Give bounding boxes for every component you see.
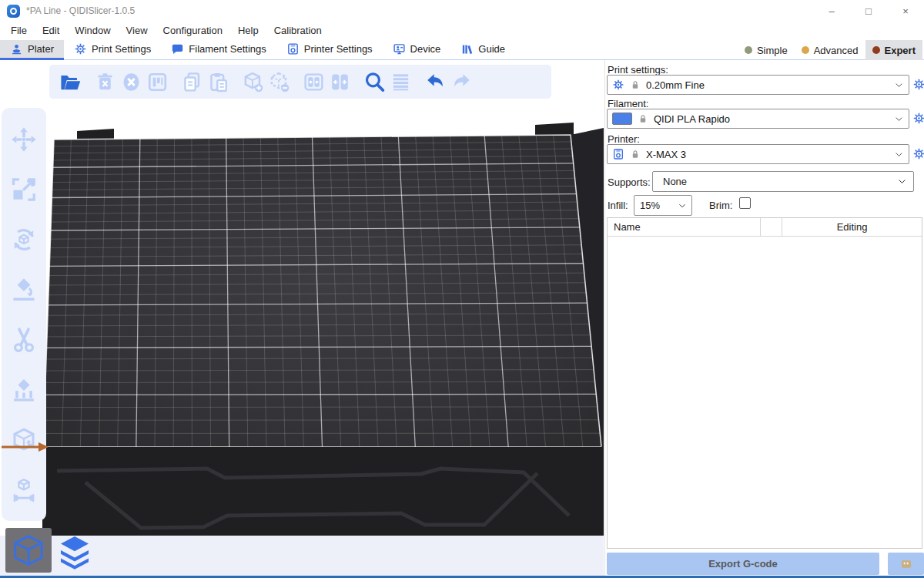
printer-select[interactable]: X-MAX 3 [607, 144, 909, 164]
split-to-parts-button[interactable] [326, 69, 353, 95]
window-title: *PA Line - QIDISlicer-1.0.5 [26, 5, 135, 16]
export-gcode-button[interactable]: Export G-code [607, 553, 879, 575]
scale-tool[interactable] [8, 174, 39, 205]
infill-label: Infill: [608, 200, 628, 211]
plater-toolbar [49, 65, 551, 99]
mode-label: Simple [757, 45, 788, 56]
brim-checkbox[interactable] [739, 197, 751, 209]
open-project-button[interactable] [57, 69, 83, 95]
printer-value: X-MAX 3 [646, 149, 686, 160]
column-name: Name [608, 218, 761, 236]
mode-advanced[interactable]: Advanced [795, 40, 865, 60]
object-list-body [608, 237, 922, 549]
mode-label: Advanced [814, 45, 859, 56]
menu-view[interactable]: View [119, 22, 156, 40]
printer-gear-button[interactable] [912, 147, 924, 160]
minimize-icon: – [829, 5, 834, 17]
undo-button[interactable] [422, 69, 448, 95]
menu-calibration[interactable]: Calibration [266, 22, 330, 40]
split-to-objects-button[interactable] [300, 69, 326, 95]
chevron-down-icon [897, 176, 907, 187]
supports-icon [10, 376, 38, 404]
print-profile-value: 0.20mm Fine [646, 79, 705, 91]
mode-simple[interactable]: Simple [738, 40, 795, 60]
object-list: Name Editing [607, 217, 922, 549]
add-instance-button[interactable] [239, 69, 266, 95]
tab-filament-settings[interactable]: Filament Settings [161, 40, 276, 60]
tab-print-settings[interactable]: Print Settings [64, 40, 161, 60]
filament-color-swatch [612, 113, 632, 125]
chevron-down-icon [894, 80, 904, 90]
export-to-sd-button[interactable] [888, 553, 924, 575]
supports-select[interactable]: None [652, 171, 914, 192]
search-icon [363, 71, 386, 93]
printer-settings-icon [286, 42, 300, 55]
paint-supports-tool[interactable] [8, 375, 39, 405]
cube-view-icon [11, 533, 46, 568]
chevron-down-icon [678, 201, 687, 210]
qidislicer-window: { "window": { "title": "*PA Line - QIDIS… [0, 0, 924, 578]
tab-device[interactable]: Device [383, 40, 451, 60]
arrange-button[interactable] [144, 69, 170, 95]
redo-button[interactable] [448, 69, 474, 95]
printer-label: Printer: [608, 133, 640, 145]
maximize-icon: □ [865, 5, 872, 17]
tab-bar: PlaterPrint SettingsFilament SettingsPri… [0, 40, 924, 60]
undo-icon [424, 71, 447, 93]
place-on-face-tool[interactable] [8, 274, 39, 305]
maximize-button[interactable]: □ [850, 0, 887, 22]
copy-button[interactable] [179, 69, 205, 95]
delete-all-icon [120, 71, 142, 93]
tab-guide[interactable]: Guide [450, 40, 515, 60]
print-profile-select[interactable]: 0.20mm Fine [607, 75, 909, 95]
search-button[interactable] [361, 69, 387, 95]
mode-label: Expert [885, 45, 916, 56]
arrange-icon [146, 71, 169, 93]
remove-instance-button[interactable] [266, 69, 292, 95]
tab-printer-settings[interactable]: Printer Settings [276, 40, 383, 60]
menu-file[interactable]: File [3, 22, 35, 40]
viewport-3d[interactable] [0, 60, 604, 578]
lock-icon [630, 149, 641, 160]
tab-label: Plater [28, 43, 54, 55]
cut-tool[interactable] [8, 324, 39, 355]
menu-help[interactable]: Help [230, 22, 266, 40]
menu-edit[interactable]: Edit [35, 22, 67, 40]
app-logo-icon [7, 5, 20, 18]
delete-button[interactable] [92, 69, 118, 95]
copy-icon [181, 71, 203, 93]
rotate-tool[interactable] [8, 224, 39, 255]
paste-button[interactable] [205, 69, 231, 95]
paste-icon [207, 71, 229, 93]
cut-icon [10, 326, 38, 354]
print-settings-gear-button[interactable] [912, 78, 924, 91]
preview-view-button[interactable] [53, 531, 96, 573]
chevron-down-icon [894, 114, 904, 124]
filament-gear-button[interactable] [912, 112, 924, 125]
lock-icon [630, 79, 641, 90]
close-button[interactable]: × [887, 0, 924, 22]
mode-dot-icon [802, 46, 809, 54]
redo-icon [450, 71, 473, 93]
tab-plater[interactable]: Plater [0, 40, 64, 60]
mode-expert[interactable]: Expert [865, 40, 922, 60]
filament-select[interactable]: QIDI PLA Rapido [607, 109, 909, 129]
title-bar: *PA Line - QIDISlicer-1.0.5 –□× [0, 0, 924, 22]
delete-all-button[interactable] [118, 69, 144, 95]
filament-label: Filament: [608, 98, 648, 109]
3d-editor-view-button[interactable] [5, 528, 52, 573]
column-extruder [761, 218, 782, 236]
tab-label: Device [410, 43, 441, 55]
move-tool[interactable] [8, 124, 39, 155]
minimize-button[interactable]: – [813, 0, 850, 22]
infill-value: 15% [640, 200, 660, 211]
remove-instance-icon [268, 71, 290, 93]
tab-label: Print Settings [92, 43, 151, 55]
variable-layer-height-button[interactable] [387, 69, 413, 95]
layers-view-icon [56, 533, 93, 570]
menu-window[interactable]: Window [67, 22, 118, 40]
measure-tool[interactable] [8, 475, 39, 506]
infill-select[interactable]: 15% [634, 195, 692, 216]
menu-configuration[interactable]: Configuration [156, 22, 230, 40]
gear-icon [612, 79, 624, 91]
